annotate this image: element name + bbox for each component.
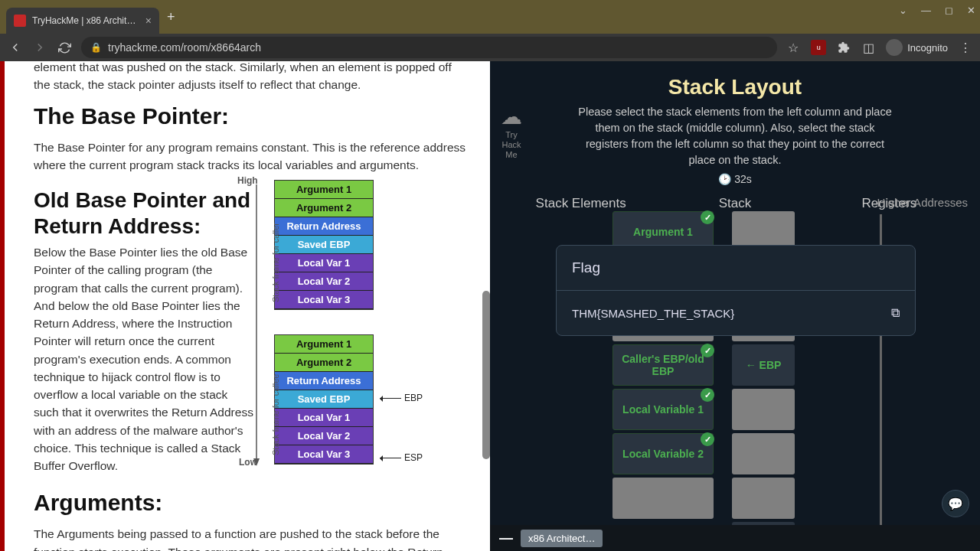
lock-icon: 🔒 <box>90 42 102 53</box>
stack-slot-caller-ebp[interactable]: Caller's EBP/old EBP✓ <box>612 344 714 386</box>
flag-modal: Flag THM{SMASHED_THE_STACK} ⧉ <box>556 245 916 336</box>
maximize-icon[interactable]: ◻ <box>945 5 953 16</box>
label-frame-caller: Stack frame for caller <box>271 223 280 302</box>
close-icon[interactable]: × <box>145 15 152 27</box>
flag-title: Flag <box>557 246 915 291</box>
browser-tab[interactable]: TryHackMe | x86 Architecture Ov × <box>6 8 159 34</box>
interactive-pane: ☁ TryHackMe Stack Layout Please select t… <box>490 61 980 551</box>
flag-value: THM{SMASHED_THE_STACK} <box>572 307 734 320</box>
check-icon: ✓ <box>701 432 714 446</box>
stack-row: Return Address <box>275 217 373 236</box>
args-paragraph: The Arguments being passed to a function… <box>34 525 469 551</box>
stack-slot-empty[interactable] <box>612 478 714 519</box>
chevron-down-icon[interactable]: ⌄ <box>899 5 907 16</box>
stack-diagram: High Stack frame for caller Argument 1 A… <box>274 180 374 474</box>
bp-paragraph: The Base Pointer for any program remains… <box>34 139 469 174</box>
stack-row: Saved EBP <box>275 236 373 254</box>
timer: 🕑32s <box>490 173 980 185</box>
stack-row: Local Var 1 <box>275 254 373 272</box>
intro-fragment: element that was pushed on the stack. Si… <box>34 61 469 94</box>
scrollbar-thumb[interactable] <box>482 291 490 459</box>
clock-icon: 🕑 <box>718 173 731 185</box>
incognito-avatar-icon <box>886 39 903 56</box>
vm-taskbar: — x86 Architect… <box>490 525 980 551</box>
copy-icon[interactable]: ⧉ <box>891 306 900 320</box>
stack-slot-lv1[interactable]: Local Variable 1✓ <box>612 389 714 430</box>
stack-row: Saved EBP <box>275 390 373 409</box>
incognito-indicator[interactable]: Incognito <box>886 39 948 56</box>
check-icon: ✓ <box>701 210 714 224</box>
label-higher-addresses: Higher Addresses <box>877 196 968 209</box>
tab-title: TryHackMe | x86 Architecture Ov <box>32 15 139 26</box>
arrow-down-icon <box>251 184 262 468</box>
annot-ebp: EBP <box>380 393 423 403</box>
forward-button[interactable] <box>32 40 47 55</box>
stack-row: Argument 2 <box>275 199 373 217</box>
heading-old-bp: Old Base Pointer and Return Address: <box>34 187 256 239</box>
check-icon: ✓ <box>701 344 714 357</box>
url-input[interactable]: 🔒 tryhackme.com/room/x8664arch <box>81 37 777 58</box>
stack-row: Local Var 3 <box>275 445 373 464</box>
reg-slot-empty[interactable] <box>732 478 795 519</box>
reading-list-icon[interactable]: ◫ <box>861 41 875 54</box>
reg-slot-empty[interactable] <box>732 389 795 430</box>
col-stack: Stack <box>658 196 812 211</box>
cloud-icon: ☁ <box>501 104 522 130</box>
stack-row: Local Var 1 <box>275 409 373 427</box>
heading-arguments: Arguments: <box>34 490 469 516</box>
page-content: element that was pushed on the stack. Si… <box>0 61 980 551</box>
svg-marker-1 <box>253 458 260 466</box>
extensions-icon[interactable] <box>837 41 851 54</box>
stack-block-caller: Argument 1 Argument 2 Return Address Sav… <box>274 180 374 310</box>
stack-block-callee: Argument 1 Argument 2 Return Address Sav… <box>274 334 374 465</box>
annot-esp: ESP <box>380 452 423 463</box>
old-bp-paragraph: Below the Base Pointer lies the old Base… <box>34 243 256 474</box>
star-icon[interactable]: ☆ <box>786 41 800 54</box>
stack-row: Argument 2 <box>275 354 373 372</box>
check-icon: ✓ <box>701 388 714 402</box>
stack-slot-lv2[interactable]: Local Variable 2✓ <box>612 433 714 474</box>
window-controls: ⌄ — ◻ ✕ <box>899 5 975 16</box>
right-instructions: Please select the stack elements from th… <box>490 99 980 168</box>
label-frame-callee: Stack frame for callee <box>271 374 280 455</box>
taskbar-minimize[interactable]: — <box>499 530 513 546</box>
stack-row: Local Var 2 <box>275 272 373 291</box>
stack-row: Local Var 3 <box>275 291 373 309</box>
thm-logo: ☁ TryHackMe <box>501 104 522 160</box>
window-titlebar: TryHackMe | x86 Architecture Ov × + ⌄ — … <box>0 0 980 34</box>
kebab-menu-icon[interactable]: ⋮ <box>959 41 972 54</box>
new-tab-button[interactable]: + <box>167 9 175 25</box>
taskbar-tab[interactable]: x86 Architect… <box>521 530 603 547</box>
col-stack-elements: Stack Elements <box>504 196 658 211</box>
heading-base-pointer: The Base Pointer: <box>34 103 469 129</box>
ublock-icon[interactable]: u <box>811 40 826 55</box>
stack-row: Argument 1 <box>275 335 373 354</box>
tab-favicon <box>14 15 26 27</box>
reg-slot-ebp[interactable]: ← EBP <box>732 344 795 386</box>
reg-slot-empty[interactable] <box>732 433 795 474</box>
article-pane: element that was pushed on the stack. Si… <box>0 61 490 551</box>
stack-row: Return Address <box>275 372 373 390</box>
stack-row: Local Var 2 <box>275 427 373 445</box>
stack-row: Argument 1 <box>275 181 373 199</box>
close-window-icon[interactable]: ✕ <box>967 5 975 16</box>
back-button[interactable] <box>8 40 23 55</box>
incognito-label: Incognito <box>907 42 948 54</box>
address-bar: 🔒 tryhackme.com/room/x8664arch ☆ u ◫ Inc… <box>0 34 980 61</box>
reload-button[interactable] <box>57 40 72 55</box>
url-text: tryhackme.com/room/x8664arch <box>108 41 261 54</box>
help-button[interactable]: 💬 <box>942 490 969 517</box>
minimize-icon[interactable]: — <box>921 5 931 16</box>
right-title: Stack Layout <box>490 75 980 99</box>
